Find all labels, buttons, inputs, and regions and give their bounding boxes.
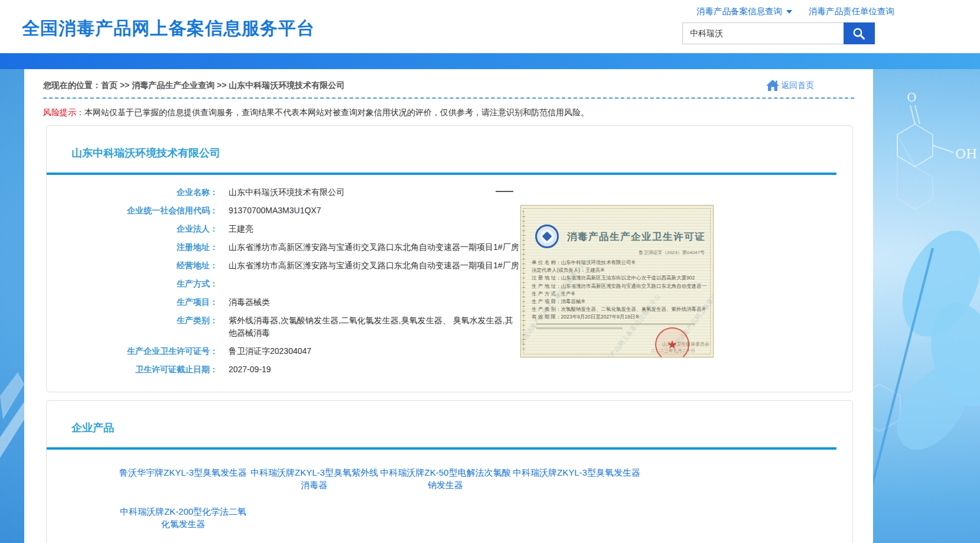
- certificate-title: 消毒产品生产企业卫生许可证: [567, 230, 705, 243]
- certificate-line: 生 产 方 式：生产※: [532, 290, 706, 298]
- nav-link-label: 消毒产品备案信息查询: [696, 6, 782, 16]
- home-icon: [766, 80, 779, 91]
- field-label: 生产类别：: [47, 314, 218, 339]
- field-row-production-mode: 生产方式：: [47, 275, 852, 293]
- field-row-registered-address: 注册地址：山东省潍坊市高新区潍安路与宝通街交叉路口东北角自动变速器一期项目1#厂…: [47, 238, 852, 256]
- field-label: 生产方式：: [47, 278, 218, 290]
- certificate-line: 生 产 地 址：山东省潍坊市高新区潍安路与宝通街交叉路口东北角自动变速器一期项: [532, 282, 706, 290]
- field-value: 2027-09-19: [229, 363, 271, 376]
- site-title: 全国消毒产品网上备案信息服务平台: [22, 17, 315, 41]
- certificate-fine-print: [536, 327, 623, 329]
- certificate-line: 生 产 项 目：消毒器械※: [532, 298, 706, 305]
- field-value: 山东省潍坊市高新区潍安路与宝通街交叉路口东北角自动变速器一期项目1#厂房: [229, 259, 519, 272]
- header-band: [0, 53, 980, 69]
- risk-label: 风险提示：: [43, 108, 84, 117]
- product-link[interactable]: 中科瑞沃牌ZK-50型电解法次氯酸钠发生器: [380, 466, 511, 491]
- field-row-legal-person: 企业法人：王建亮: [47, 220, 852, 238]
- certificate-fine-print: [536, 323, 695, 325]
- breadcrumb: 您现在的位置：首页 >> 消毒产品生产企业查询 >> 山东中科瑞沃环境技术有限公…: [43, 80, 344, 91]
- field-row-company-name: 企业名称：山东中科瑞沃环境技术有限公司: [47, 183, 852, 201]
- certificate-emblem-icon: [535, 225, 559, 248]
- risk-notice: 风险提示：本网站仅基于已掌握的信息提供查询服务，查询结果不代表本网站对被查询对象…: [43, 108, 854, 118]
- section-divider: [47, 173, 836, 175]
- certificate-line: 生 产 类 别：次氯酸钠发生器、二氧化氯发生器、臭氧发生器、紫外线消毒器※: [532, 305, 706, 313]
- field-label: 生产企业卫生许可证号：: [47, 345, 218, 357]
- main-content: 您现在的位置：首页 >> 消毒产品生产企业查询 >> 山东中科瑞沃环境技术有限公…: [24, 69, 873, 543]
- left-edge-art: [0, 248, 24, 461]
- field-value: 山东省潍坊市高新区潍安路与宝通街交叉路口东北角自动变速器一期项目1#厂房: [229, 241, 519, 253]
- certificate-artifact-dash: [496, 191, 513, 192]
- company-name-title: 山东中科瑞沃环境技术有限公司: [71, 146, 852, 160]
- field-row-license-number: 生产企业卫生许可证号：鲁卫消证字202304047: [47, 342, 852, 360]
- svg-text:OH: OH: [955, 147, 977, 161]
- dashed-divider: [43, 97, 854, 99]
- field-row-production-category: 生产类别：紫外线消毒器,次氯酸钠发生器,二氧化氯发生器,臭氧发生器、 臭氧水发生…: [47, 311, 852, 342]
- products-title: 企业产品: [71, 421, 852, 435]
- field-value: 消毒器械类: [229, 296, 270, 308]
- nav-link-responsible-unit-query[interactable]: 消毒产品责任单位查询: [809, 6, 894, 16]
- field-row-credit-code: 企业统一社会信用代码：91370700MA3M3U1QX7: [47, 201, 852, 220]
- nav-link-label: 消毒产品责任单位查询: [809, 6, 894, 16]
- back-home-label: 返回首页: [781, 80, 814, 91]
- search-icon: [852, 27, 866, 41]
- field-value: 王建亮: [229, 223, 253, 235]
- chevron-down-icon: [786, 10, 792, 14]
- field-label: 注册地址：: [47, 241, 218, 253]
- certificate-line: 有 效 期 限：2023年9月20日至2027年9月19日※: [532, 313, 706, 321]
- certificate-line: 注 册 地 址：山东省潍坊高新区玉清东街以北中心次干道以西高新大厦902: [532, 274, 706, 282]
- search-button[interactable]: [844, 22, 875, 44]
- certificate-body: 单 位 名 称：山东中科瑞沃环境技术有限公司※ 法定代表人(或负责人)：王建亮※…: [532, 259, 706, 321]
- field-label: 企业法人：: [47, 223, 218, 235]
- breadcrumb-row: 您现在的位置：首页 >> 消毒产品生产企业查询 >> 山东中科瑞沃环境技术有限公…: [24, 69, 873, 91]
- svg-text:O: O: [907, 90, 916, 105]
- products-grid: 鲁沃华宇牌ZKYL-3型臭氧发生器 中科瑞沃牌ZKYL-3型臭氧紫外线消毒器 中…: [118, 466, 852, 530]
- product-link[interactable]: 鲁沃华宇牌ZKYL-3型臭氧发生器: [118, 466, 249, 491]
- back-home-link[interactable]: 返回首页: [766, 80, 814, 91]
- certificate-line: 单 位 名 称：山东中科瑞沃环境技术有限公司※: [532, 259, 706, 266]
- field-label: 生产项目：: [47, 296, 218, 308]
- site-header: 全国消毒产品网上备案信息服务平台 消毒产品备案信息查询 消毒产品责任单位查询: [0, 0, 980, 53]
- field-label: 经营地址：: [47, 259, 218, 272]
- license-certificate-image: 全国消毒产品网上备案信息服务平台 全国消毒产品网上备案信息服务平台 全国消毒产品…: [520, 205, 714, 357]
- company-fields: 企业名称：山东中科瑞沃环境技术有限公司 企业统一社会信用代码：91370700M…: [47, 183, 852, 392]
- field-value: 91370700MA3M3U1QX7: [229, 204, 321, 217]
- field-label: 企业统一社会信用代码：: [47, 204, 218, 217]
- product-link[interactable]: 中科瑞沃牌ZK-200型化学法二氧化氯发生器: [118, 505, 249, 530]
- company-card: 山东中科瑞沃环境技术有限公司 企业名称：山东中科瑞沃环境技术有限公司 企业统一社…: [46, 125, 853, 392]
- field-row-production-project: 生产项目：消毒器械类: [47, 293, 852, 311]
- section-divider: [47, 447, 836, 450]
- search-input[interactable]: [682, 22, 844, 44]
- risk-text: 本网站仅基于已掌握的信息提供查询服务，查询结果不代表本网站对被查询对象信用状况的…: [84, 108, 589, 117]
- header-right: 消毒产品备案信息查询 消毒产品责任单位查询: [682, 6, 894, 44]
- search-bar: [682, 22, 894, 44]
- seal-star: ★: [667, 337, 678, 352]
- field-value: 山东中科瑞沃环境技术有限公司: [229, 186, 344, 199]
- top-nav: 消毒产品备案信息查询 消毒产品责任单位查询: [682, 6, 894, 17]
- nav-link-product-record-query[interactable]: 消毒产品备案信息查询: [696, 6, 792, 16]
- red-seal-icon: ★: [655, 327, 689, 357]
- products-card: 企业产品 鲁沃华宇牌ZKYL-3型臭氧发生器 中科瑞沃牌ZKYL-3型臭氧紫外线…: [46, 400, 853, 543]
- field-row-license-expiry: 卫生许可证截止日期：2027-09-19: [47, 360, 852, 379]
- field-label: 企业名称：: [47, 186, 218, 199]
- field-value: 紫外线消毒器,次氯酸钠发生器,二氧化氯发生器,臭氧发生器、 臭氧水发生器,其他器…: [229, 314, 519, 339]
- field-row-business-address: 经营地址：山东省潍坊市高新区潍安路与宝通街交叉路口东北角自动变速器一期项目1#厂…: [47, 256, 852, 275]
- product-link[interactable]: 中科瑞沃牌ZKYL-3型臭氧紫外线消毒器: [249, 466, 380, 491]
- certificate-number: 鲁卫消证字（2023）第04047号: [639, 249, 705, 256]
- certificate-line: 法定代表人(或负责人)：王建亮※: [532, 266, 706, 274]
- field-value: 鲁卫消证字202304047: [229, 345, 311, 357]
- field-label: 卫生许可证截止日期：: [47, 363, 218, 376]
- product-link[interactable]: 中科瑞沃牌ZKYL-3型臭氧发生器: [511, 466, 642, 491]
